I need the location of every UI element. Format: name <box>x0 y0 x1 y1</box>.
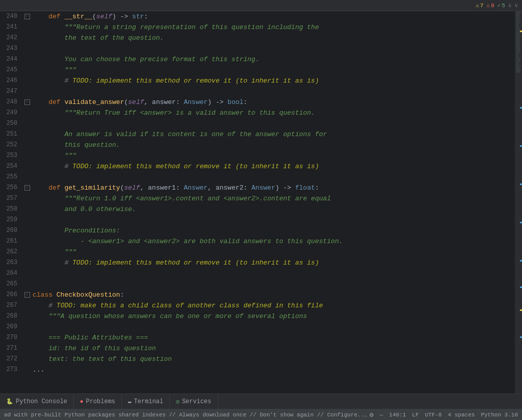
tab-label-services: Services <box>182 398 212 405</box>
code-content <box>33 86 522 97</box>
line-number: 261 <box>0 236 21 247</box>
line-row: 252 this question. <box>0 140 522 150</box>
code-content: # TODO: make this a child class of anoth… <box>33 300 522 311</box>
line-number: 247 <box>0 86 21 97</box>
line-number: 266 <box>0 290 21 300</box>
tab-label-problems: Problems <box>86 398 115 405</box>
code-content: """Return 1.0 iff <answer1>.content and … <box>33 193 522 204</box>
gutter-col <box>21 215 33 225</box>
minimap-indicator <box>520 31 522 32</box>
indent: 4 spaces <box>448 412 475 418</box>
line-number: 241 <box>0 22 21 33</box>
tab-services[interactable]: ◎Services <box>170 394 218 409</box>
tab-terminal[interactable]: ▬Terminal <box>122 394 170 409</box>
line-row: 243 <box>0 43 522 54</box>
problems-icon: ● <box>80 399 84 405</box>
line-row: 260 Preconditions: <box>0 225 522 236</box>
gutter-col <box>21 118 33 129</box>
code-content: """Return a string representation of thi… <box>33 22 522 33</box>
line-row: 247 <box>0 86 522 97</box>
line-row: 254 # TODO: implement this method or rem… <box>0 161 522 172</box>
code-content <box>33 215 522 225</box>
line-ending: LF <box>412 412 419 418</box>
line-number: 272 <box>0 354 21 364</box>
tab-label-python-console: Python Console <box>16 398 67 405</box>
code-content <box>33 118 522 129</box>
minimap[interactable] <box>515 11 522 393</box>
gutter-col <box>21 129 33 140</box>
line-number: 243 <box>0 43 21 54</box>
line-row: 250 <box>0 118 522 129</box>
line-row: 263 # TODO: implement this method or rem… <box>0 257 522 268</box>
gutter-col <box>21 140 33 150</box>
services-icon: ◎ <box>176 398 179 405</box>
code-content: class CheckboxQuestion: <box>33 290 522 300</box>
gutter-col <box>21 268 33 279</box>
code-editor[interactable]: 240− def __str__(self) -> str:241 """Ret… <box>0 11 522 393</box>
line-row: 265 <box>0 279 522 290</box>
gear-icon[interactable]: ⚙ <box>370 411 374 419</box>
chevron-down-icon[interactable]: ∨ <box>514 2 518 9</box>
line-number: 271 <box>0 343 21 354</box>
warning-indicator[interactable]: ⚠ 7 <box>476 2 483 9</box>
minimap-indicator <box>520 107 522 109</box>
line-row: 261 - <answer1> and <answer2> are both v… <box>0 236 522 247</box>
line-number: 263 <box>0 257 21 268</box>
tab-problems[interactable]: ●Problems <box>74 394 122 409</box>
gutter-col: − <box>21 182 33 193</box>
gutter-col <box>21 257 33 268</box>
code-content: - <answer1> and <answer2> are both valid… <box>33 236 522 247</box>
gutter-col <box>21 236 33 247</box>
code-content <box>33 43 522 54</box>
code-content <box>33 268 522 279</box>
line-row: 251 An answer is valid if its content is… <box>0 129 522 140</box>
code-content: === Public Attributes === <box>33 332 522 343</box>
fold-icon[interactable]: − <box>24 185 30 191</box>
code-content: You can choose the precise format of thi… <box>33 54 522 65</box>
gutter-col <box>21 33 33 43</box>
code-content: def get_similarity(self, answer1: Answer… <box>33 182 522 193</box>
line-number: 253 <box>0 150 21 161</box>
gutter-col <box>21 193 33 204</box>
code-content: the text of the question. <box>33 33 522 43</box>
collapse-icon[interactable]: — <box>380 412 383 418</box>
gutter-col <box>21 300 33 311</box>
chevron-up-icon[interactable]: ∧ <box>508 2 512 9</box>
line-number: 258 <box>0 204 21 215</box>
language: Python 3.10 <box>481 412 518 418</box>
gutter-col <box>21 172 33 182</box>
gutter-col <box>21 343 33 354</box>
gutter-col <box>21 279 33 290</box>
code-content <box>33 279 522 290</box>
top-bar: ⚠ 7 ⚠ 9 ✓ 5 ∧ ∨ <box>0 0 522 11</box>
ok-indicator[interactable]: ✓ 5 <box>498 2 505 9</box>
tab-python-console[interactable]: 🐍Python Console <box>0 394 74 409</box>
line-number: 248 <box>0 97 21 108</box>
line-number: 257 <box>0 193 21 204</box>
fold-icon[interactable]: − <box>24 14 30 19</box>
line-row: 241 """Return a string representation of… <box>0 22 522 33</box>
code-content <box>33 172 522 182</box>
line-row: 273... <box>0 364 522 375</box>
line-row: 244 You can choose the precise format of… <box>0 54 522 65</box>
fold-icon[interactable]: − <box>24 99 30 105</box>
code-content: """A question whose answers can be one o… <box>33 311 522 322</box>
line-row: 246 # TODO: implement this method or rem… <box>0 75 522 86</box>
line-row: 255 <box>0 172 522 182</box>
fold-icon[interactable]: − <box>24 292 30 298</box>
status-right: ⚙ — 140:1 LF UTF-8 4 spaces Python 3.10 <box>370 411 518 419</box>
gutter-col <box>21 161 33 172</box>
line-row: 256− def get_similarity(self, answer1: A… <box>0 182 522 193</box>
line-row: 271 id: the id of this question <box>0 343 522 354</box>
line-row: 249 """Return True iff <answer> is a val… <box>0 108 522 118</box>
gutter-col <box>21 364 33 375</box>
line-number: 246 <box>0 75 21 86</box>
line-row: 258 and 0.0 otherwise. <box>0 204 522 215</box>
code-content: Preconditions: <box>33 225 522 236</box>
line-row: 245 """ <box>0 65 522 75</box>
gutter-col <box>21 311 33 322</box>
error-indicator[interactable]: ⚠ 9 <box>486 2 494 9</box>
line-row: 266−class CheckboxQuestion: <box>0 290 522 300</box>
checkmark-icon: ✓ <box>498 2 501 9</box>
status-bar: ad with pre-built Python packages shared… <box>0 409 522 420</box>
